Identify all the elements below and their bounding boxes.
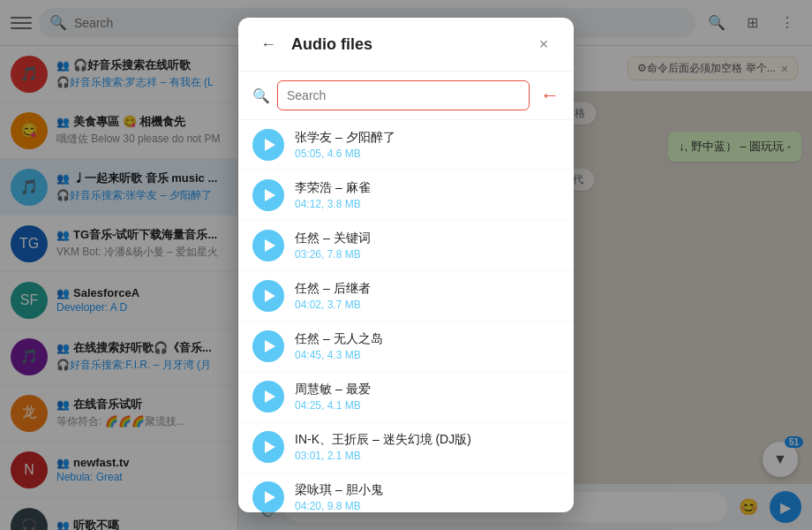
audio-title: 梁咏琪 – 胆小鬼 bbox=[295, 482, 560, 498]
audio-title: 任然 – 后继者 bbox=[295, 281, 560, 297]
play-icon bbox=[265, 290, 275, 302]
audio-meta: 04:45, 4.3 MB bbox=[295, 349, 560, 361]
audio-info: 任然 – 关键词 03:26, 7.8 MB bbox=[295, 231, 560, 261]
audio-title: 李荣浩 – 麻雀 bbox=[295, 180, 560, 196]
audio-list-item[interactable]: 张学友 – 夕阳醉了 05:05, 4.6 MB bbox=[238, 120, 574, 170]
audio-info: 任然 – 无人之岛 04:45, 4.3 MB bbox=[295, 331, 560, 361]
play-button[interactable] bbox=[252, 381, 284, 413]
play-icon bbox=[265, 491, 275, 504]
audio-info: 梁咏琪 – 胆小鬼 04:20, 9.8 MB bbox=[295, 482, 560, 512]
audio-meta: 03:26, 7.8 MB bbox=[295, 248, 560, 261]
play-button[interactable] bbox=[252, 230, 284, 261]
audio-info: 周慧敏 – 最爱 04:25, 4.1 MB bbox=[295, 382, 560, 412]
audio-list-item[interactable]: 梁咏琪 – 胆小鬼 04:20, 9.8 MB bbox=[238, 473, 574, 512]
play-button[interactable] bbox=[252, 431, 284, 463]
app-container: 🔍 🔍 ⊞ ⋮ 🎵 👥 🎧好音乐搜索在线听歌 🎧好音乐搜索:罗志祥 – 有我在 … bbox=[0, 0, 812, 530]
play-icon bbox=[265, 189, 275, 201]
modal-search-area: 🔍 ← bbox=[238, 72, 574, 120]
audio-meta: 04:25, 4.1 MB bbox=[295, 399, 560, 412]
audio-info: IN-K、王折辰 – 迷失幻境 (DJ版) 03:01, 2.1 MB bbox=[295, 432, 560, 462]
play-icon bbox=[265, 139, 275, 151]
play-icon bbox=[265, 390, 275, 403]
audio-title: 任然 – 无人之岛 bbox=[295, 331, 560, 347]
audio-meta: 05:05, 4.6 MB bbox=[295, 148, 560, 160]
audio-list-item[interactable]: IN-K、王折辰 – 迷失幻境 (DJ版) 03:01, 2.1 MB bbox=[238, 422, 574, 473]
play-icon bbox=[265, 239, 275, 252]
audio-title: 张学友 – 夕阳醉了 bbox=[295, 130, 560, 146]
audio-files-modal: ← Audio files × 🔍 ← 张学友 – 夕阳醉了 05:05, 4.… bbox=[238, 18, 574, 512]
play-button[interactable] bbox=[252, 129, 284, 161]
audio-title: 任然 – 关键词 bbox=[295, 231, 560, 246]
modal-header: ← Audio files × bbox=[238, 18, 574, 72]
modal-search-input[interactable] bbox=[277, 80, 530, 110]
audio-meta: 04:12, 3.8 MB bbox=[295, 198, 560, 210]
audio-title: 周慧敏 – 最爱 bbox=[295, 382, 560, 398]
audio-list-item[interactable]: 周慧敏 – 最爱 04:25, 4.1 MB bbox=[238, 372, 574, 422]
play-button[interactable] bbox=[252, 280, 284, 312]
audio-meta: 04:02, 3.7 MB bbox=[295, 299, 560, 311]
search-arrow-indicator: ← bbox=[540, 84, 560, 107]
audio-title: IN-K、王折辰 – 迷失幻境 (DJ版) bbox=[295, 432, 560, 448]
audio-info: 任然 – 后继者 04:02, 3.7 MB bbox=[295, 281, 560, 311]
audio-list-item[interactable]: 任然 – 后继者 04:02, 3.7 MB bbox=[238, 271, 574, 322]
play-button[interactable] bbox=[252, 481, 284, 512]
modal-backdrop[interactable]: ← Audio files × 🔍 ← 张学友 – 夕阳醉了 05:05, 4.… bbox=[0, 0, 812, 530]
audio-list-item[interactable]: 任然 – 无人之岛 04:45, 4.3 MB bbox=[238, 322, 574, 372]
modal-title: Audio files bbox=[291, 35, 521, 54]
audio-meta: 04:20, 9.8 MB bbox=[295, 500, 560, 512]
play-icon bbox=[265, 340, 275, 352]
audio-list-item[interactable]: 李荣浩 – 麻雀 04:12, 3.8 MB bbox=[238, 170, 574, 221]
play-icon bbox=[265, 441, 275, 453]
modal-back-button[interactable]: ← bbox=[256, 32, 281, 57]
play-button[interactable] bbox=[252, 179, 284, 211]
audio-info: 李荣浩 – 麻雀 04:12, 3.8 MB bbox=[295, 180, 560, 210]
audio-list-item[interactable]: 任然 – 关键词 03:26, 7.8 MB bbox=[238, 221, 574, 271]
audio-info: 张学友 – 夕阳醉了 05:05, 4.6 MB bbox=[295, 130, 560, 160]
modal-close-button[interactable]: × bbox=[531, 32, 556, 57]
modal-search-icon: 🔍 bbox=[252, 87, 270, 104]
audio-list: 张学友 – 夕阳醉了 05:05, 4.6 MB 李荣浩 – 麻雀 04:12,… bbox=[238, 120, 574, 512]
audio-meta: 03:01, 2.1 MB bbox=[295, 450, 560, 462]
play-button[interactable] bbox=[252, 330, 284, 362]
